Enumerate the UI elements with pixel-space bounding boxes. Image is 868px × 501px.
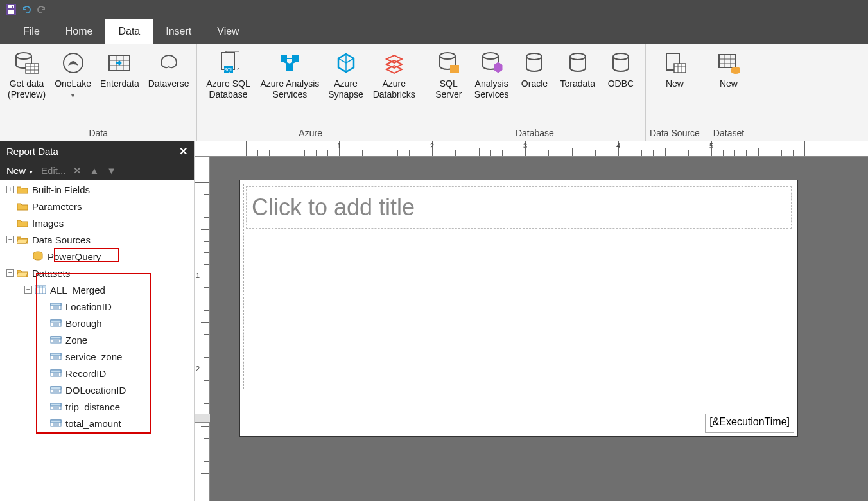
azure-databricks-button[interactable]: AzureDatabricks xyxy=(369,46,420,103)
expand-icon[interactable]: + xyxy=(6,186,14,193)
svg-rect-3 xyxy=(12,6,13,8)
horizontal-ruler[interactable]: 12345 xyxy=(195,141,868,157)
tree-field-borough[interactable]: Borough xyxy=(0,315,194,331)
vertical-ruler[interactable]: 12 xyxy=(195,157,210,501)
ribbon-group-dataset: New Dataset xyxy=(704,44,753,141)
svg-rect-2 xyxy=(8,10,14,14)
tab-data[interactable]: Data xyxy=(105,19,153,44)
svg-point-4 xyxy=(16,53,31,59)
svg-rect-5 xyxy=(26,64,39,73)
onelake-button[interactable]: OneLake▼ xyxy=(51,46,95,103)
svg-rect-21 xyxy=(286,64,293,71)
tree-item-datasources[interactable]: − Data Sources xyxy=(0,231,194,248)
svg-rect-60 xyxy=(51,353,61,356)
report-body[interactable]: Click to add title xyxy=(243,184,794,389)
svg-rect-52 xyxy=(51,320,61,322)
ribbon-group-label: Dataset xyxy=(708,127,749,139)
azure-analysis-button[interactable]: Azure AnalysisServices xyxy=(256,46,323,103)
tree-field-locationid[interactable]: LocationID xyxy=(0,298,194,315)
tree-field-total_amount[interactable]: total_amount xyxy=(0,415,194,432)
field-icon xyxy=(50,352,62,361)
tree-item-parameters[interactable]: Parameters xyxy=(0,198,194,215)
get-data-button[interactable]: Get data(Preview) xyxy=(4,46,49,103)
svg-line-24 xyxy=(290,62,295,64)
redo-icon[interactable] xyxy=(36,4,48,15)
tree-field-service_zone[interactable]: service_zone xyxy=(0,348,194,365)
svg-rect-26 xyxy=(450,65,459,73)
folder-icon xyxy=(17,185,28,194)
analysis-services-icon xyxy=(480,51,503,75)
tab-insert[interactable]: Insert xyxy=(153,19,204,44)
svg-rect-20 xyxy=(292,55,299,62)
oracle-button[interactable]: Oracle xyxy=(514,46,555,92)
close-icon[interactable]: ✕ xyxy=(179,145,187,157)
database-icon xyxy=(524,51,544,75)
tab-file[interactable]: File xyxy=(10,19,53,44)
ribbon-group-label: Azure xyxy=(201,127,419,139)
teradata-button[interactable]: Teradata xyxy=(556,46,598,92)
new-dataset-button[interactable]: New xyxy=(708,46,749,92)
svg-rect-1 xyxy=(8,5,14,8)
field-icon xyxy=(50,402,62,411)
azure-sql-icon: SQL xyxy=(216,50,239,76)
collapse-icon[interactable]: − xyxy=(6,236,14,243)
ribbon-group-label: Data xyxy=(4,127,193,139)
field-icon xyxy=(50,335,62,344)
tree-item-powerquery[interactable]: PowerQuery xyxy=(0,248,194,265)
panel-toolbar: New ▼ Edit... ✕ ▲ ▼ xyxy=(0,161,194,180)
svg-text:SQL: SQL xyxy=(224,67,233,73)
tree-item-builtin[interactable]: + Built-in Fields xyxy=(0,181,194,198)
svg-line-23 xyxy=(284,62,290,64)
undo-icon[interactable] xyxy=(21,4,32,15)
delete-icon: ✕ xyxy=(73,165,82,177)
svg-rect-68 xyxy=(51,387,61,389)
ribbon-group-azure: SQL Azure SQLDatabase Azure AnalysisServ… xyxy=(197,44,424,141)
enterdata-button[interactable]: Enterdata xyxy=(96,46,143,92)
menu-tabs: File Home Data Insert View xyxy=(0,19,868,44)
azure-synapse-button[interactable]: AzureSynapse xyxy=(324,46,367,103)
report-data-panel: Report Data ✕ New ▼ Edit... ✕ ▲ ▼ + Buil… xyxy=(0,141,195,501)
svg-point-28 xyxy=(526,53,542,60)
arrow-up-icon: ▲ xyxy=(89,165,99,176)
tab-home[interactable]: Home xyxy=(53,19,106,44)
chevron-down-icon: ▼ xyxy=(70,92,76,99)
title-placeholder[interactable]: Click to add title xyxy=(246,186,792,229)
svg-rect-72 xyxy=(51,403,61,406)
collapse-icon[interactable]: − xyxy=(24,286,32,294)
report-footer[interactable]: [&ExecutionTime] xyxy=(243,412,794,433)
new-datasource-button[interactable]: New xyxy=(650,46,700,92)
ruler-gap xyxy=(195,414,210,423)
panel-title: Report Data xyxy=(6,146,58,157)
tree-field-dolocationid[interactable]: DOLocationID xyxy=(0,382,194,398)
sql-server-icon xyxy=(437,51,460,75)
tree-field-trip_distance[interactable]: trip_distance xyxy=(0,398,194,415)
analysis-services-button[interactable]: AnalysisServices xyxy=(471,46,513,103)
svg-point-29 xyxy=(570,53,586,60)
tree-field-recordid[interactable]: RecordID xyxy=(0,365,194,382)
save-icon[interactable] xyxy=(5,4,17,15)
sql-server-button[interactable]: SQLServer xyxy=(428,46,469,103)
azure-analysis-icon xyxy=(277,51,302,75)
svg-point-27 xyxy=(483,53,498,59)
execution-time-field[interactable]: [&ExecutionTime] xyxy=(705,414,794,433)
title-bar xyxy=(0,0,868,19)
odbc-button[interactable]: ODBC xyxy=(600,46,641,92)
collapse-icon[interactable]: − xyxy=(6,269,14,277)
tree-item-images[interactable]: Images xyxy=(0,215,194,231)
ribbon-group-datasource: New Data Source xyxy=(646,44,704,141)
report-page[interactable]: Click to add title [&ExecutionTime] xyxy=(239,180,798,437)
canvas-area: 12345 12 Click to add title [&ExecutionT… xyxy=(195,141,868,501)
tab-view[interactable]: View xyxy=(204,19,252,44)
tree-field-zone[interactable]: Zone xyxy=(0,331,194,348)
dataverse-button[interactable]: Dataverse xyxy=(144,46,193,92)
tree-item-allmerged[interactable]: − ALL_Merged xyxy=(0,281,194,298)
ribbon: Get data(Preview) OneLake▼ Enterdata Dat… xyxy=(0,44,868,141)
new-dropdown[interactable]: New ▼ xyxy=(6,165,33,176)
tree-item-datasets[interactable]: − Datasets xyxy=(0,265,194,281)
panel-header: Report Data ✕ xyxy=(0,141,194,161)
ribbon-group-database: SQLServer AnalysisServices Oracle Terada… xyxy=(424,44,646,141)
svg-rect-64 xyxy=(51,370,61,373)
svg-rect-44 xyxy=(35,286,46,288)
azure-sql-button[interactable]: SQL Azure SQLDatabase xyxy=(201,46,255,103)
table-arrow-icon xyxy=(107,51,132,75)
